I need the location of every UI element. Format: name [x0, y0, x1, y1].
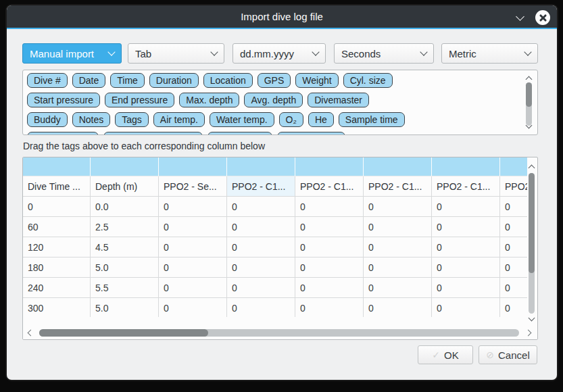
chevron-up-icon[interactable] [529, 165, 535, 172]
cancel-button[interactable]: ⊘ Cancel [479, 345, 537, 364]
draggable-tag[interactable]: Start pressure [27, 93, 100, 107]
column-header-cell[interactable]: PPO2 - C1... [295, 176, 364, 197]
draggable-tag[interactable]: Air temp. [153, 112, 205, 127]
chevron-down-icon[interactable] [515, 12, 526, 23]
draggable-tag[interactable]: Divemaster [308, 93, 369, 107]
chevron-right-icon[interactable] [525, 330, 532, 337]
chevron-down-icon [524, 48, 531, 55]
column-header-cell[interactable]: PPO2 - Se... [159, 176, 227, 197]
draggable-tag[interactable]: End pressure [105, 93, 174, 107]
field-separator-select[interactable]: Tab [128, 43, 224, 64]
draggable-tag[interactable]: Max. depth [179, 93, 239, 107]
table-cell: 0 [364, 237, 432, 258]
titlebar[interactable]: Import dive log file [7, 5, 557, 29]
draggable-tag[interactable]: Water temp. [210, 112, 274, 127]
table-cell: 0 [432, 237, 500, 258]
draggable-tag[interactable]: Sample time [339, 112, 405, 127]
select-value: Metric [449, 48, 476, 59]
scrollbar-thumb[interactable] [526, 82, 532, 107]
chevron-left-icon[interactable] [28, 330, 34, 337]
date-format-select[interactable]: dd.mm.yyyy [232, 43, 326, 64]
table-cell: 0 [227, 278, 295, 298]
column-header-cell[interactable]: PPO2 - C1... [432, 176, 500, 197]
draggable-tag[interactable]: Buddy [27, 112, 68, 127]
import-mode-select[interactable]: Manual import [22, 43, 122, 64]
duration-format-select[interactable]: Seconds [334, 43, 434, 64]
table-cell: 0 [227, 237, 295, 258]
table-cell: 0 [295, 298, 364, 317]
draggable-tag[interactable]: Duration [149, 73, 199, 88]
tag-row: Sample depthSample temperatureSample pO₂… [27, 132, 520, 135]
table-vertical-scrollbar[interactable] [527, 159, 537, 326]
draggable-tag[interactable]: Sample pO₂ [207, 132, 272, 135]
table-row: 00.0000000 [23, 197, 527, 217]
scrollbar-thumb[interactable] [39, 329, 208, 337]
column-header-cell[interactable]: Dive Time ... [23, 176, 91, 197]
table-cell: 0 [432, 278, 500, 298]
table-cell: 0 [159, 237, 227, 258]
draggable-tag[interactable]: Dive # [27, 73, 68, 88]
draggable-tag[interactable]: Cyl. size [343, 73, 393, 88]
column-drop-target[interactable] [159, 157, 227, 176]
column-drop-target[interactable] [23, 157, 91, 176]
tag-row: Dive #DateTimeDurationLocationGPSWeightC… [27, 73, 520, 88]
draggable-tag[interactable]: O₂ [279, 112, 303, 127]
tag-list-panel: Dive #DateTimeDurationLocationGPSWeightC… [22, 70, 538, 135]
scrollbar-track[interactable] [526, 82, 532, 126]
column-drop-target[interactable] [91, 157, 159, 176]
column-header-cell[interactable]: PPO2 - C1... [364, 176, 432, 197]
close-icon[interactable] [535, 10, 550, 25]
ok-button[interactable]: ✓ OK [418, 345, 473, 364]
draggable-tag[interactable]: Sample temperature [103, 132, 203, 135]
draggable-tag[interactable]: Date [72, 73, 106, 88]
table-row: 2405.5000000 [23, 278, 527, 298]
column-header-cell[interactable]: PPO2 [500, 176, 527, 197]
scrollbar-track[interactable] [39, 329, 519, 337]
table-horizontal-scrollbar[interactable] [23, 326, 537, 339]
header-row: Dive Time ...Depth (m)PPO2 - Se...PPO2 -… [23, 176, 527, 197]
table-cell: 0 [432, 217, 500, 237]
table-cell: 0 [295, 237, 364, 258]
table-cell: 0 [295, 278, 364, 298]
draggable-tag[interactable]: Tags [115, 112, 149, 127]
scrollbar-track[interactable] [529, 173, 535, 314]
table-cell: 0.0 [91, 197, 159, 217]
column-header-cell[interactable]: Depth (m) [91, 176, 159, 197]
chevron-down-icon [210, 48, 218, 55]
scrollbar-thumb[interactable] [529, 173, 535, 273]
column-header-cell[interactable]: PPO2 - C1... [227, 176, 295, 197]
draggable-tag[interactable]: Location [203, 73, 253, 88]
draggable-tag[interactable]: Time [110, 73, 145, 88]
draggable-tag[interactable]: He [308, 112, 334, 127]
tag-panel-scrollbar[interactable] [524, 72, 534, 134]
units-select[interactable]: Metric [441, 43, 538, 64]
table-grid: Dive Time ...Depth (m)PPO2 - Se...PPO2 -… [23, 157, 527, 317]
draggable-tag[interactable]: Avg. depth [244, 93, 303, 107]
column-drop-target[interactable] [364, 157, 432, 176]
column-drop-target[interactable] [227, 157, 295, 176]
column-drop-target[interactable] [500, 157, 527, 176]
draggable-tag[interactable]: Weight [295, 73, 338, 88]
draggable-tag[interactable]: Notes [72, 112, 111, 127]
draggable-tag[interactable]: Sample depth [27, 132, 99, 135]
table-row: 1805.0000000 [23, 258, 527, 278]
chevron-down-icon[interactable] [529, 315, 535, 322]
column-drop-target[interactable] [295, 157, 364, 176]
select-value: Seconds [341, 48, 381, 59]
table-cell: 5.0 [91, 298, 159, 317]
chevron-down-icon [420, 48, 427, 55]
csv-preview-table: Dive Time ...Depth (m)PPO2 - Se...PPO2 -… [22, 157, 538, 340]
tag-row: BuddyNotesTagsAir temp.Water temp.O₂HeSa… [27, 112, 520, 127]
chevron-up-icon[interactable] [526, 76, 533, 83]
chevron-down-icon [312, 48, 319, 55]
column-drop-target[interactable] [432, 157, 500, 176]
table-cell: 0 [364, 278, 432, 298]
table-cell: 0 [364, 197, 432, 217]
cancel-icon: ⊘ [486, 349, 494, 360]
table-cell: 0 [227, 298, 295, 317]
check-icon: ✓ [432, 349, 440, 360]
draggable-tag[interactable]: GPS [258, 73, 291, 88]
draggable-tag[interactable]: Sample CNS [277, 132, 345, 135]
window-title: Import dive log file [241, 11, 323, 22]
table-cell: 0 [500, 298, 527, 317]
